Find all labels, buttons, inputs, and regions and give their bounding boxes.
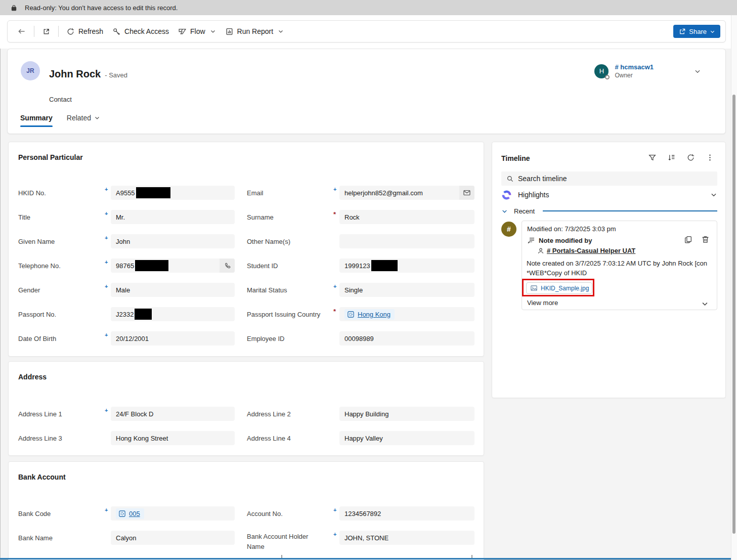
owner-name-link[interactable]: # hcmsacw1 [615, 63, 654, 71]
recent-label: Recent [514, 207, 535, 215]
vertical-scrollbar[interactable] [731, 15, 737, 560]
field-student-id: Student ID 1999123 [9, 259, 484, 273]
timeline-title: Timeline [501, 154, 530, 162]
section-title: Bank Account [18, 473, 66, 481]
required-indicator: * [333, 308, 336, 315]
attachment-chip[interactable]: HKID_Sample.jpg [526, 282, 592, 294]
owner-avatar: H [594, 64, 609, 78]
divider [58, 26, 59, 37]
redacted-value [371, 260, 398, 271]
scrollbar-thumb[interactable] [732, 95, 735, 534]
field-label: Student ID [247, 262, 278, 270]
timeline-note-card[interactable]: Modified on: 7/3/2025 3:03 pm Note modif… [522, 221, 717, 310]
person-icon [537, 247, 544, 254]
report-icon [225, 27, 234, 36]
refresh-icon[interactable] [686, 153, 695, 162]
attachment-link[interactable]: HKID_Sample.jpg [541, 285, 589, 292]
refresh-icon [66, 27, 75, 36]
note-actions [684, 235, 710, 244]
readonly-banner: Read-only: You don't have access to edit… [0, 0, 737, 15]
mail-icon [463, 189, 471, 197]
field-passport-country: Passport Issuing Country * Hong Kong [9, 307, 484, 321]
delete-icon[interactable] [701, 235, 710, 244]
note-author-link[interactable]: # Portals-Casual Helper UAT [547, 247, 635, 254]
back-button[interactable] [13, 24, 31, 39]
note-heading-row: Note modified by [527, 236, 592, 244]
field-value: Happy Building [344, 410, 388, 418]
popout-button[interactable] [37, 24, 55, 39]
record-header: JR John Rock- Saved Contact Summary Rela… [7, 49, 726, 134]
recent-section-header[interactable]: Recent [501, 206, 717, 216]
marital-status-select[interactable]: Single [339, 283, 474, 297]
chevron-down-icon[interactable] [694, 68, 701, 75]
field-label: Address Line 2 [247, 410, 291, 418]
entity-type-label: Contact [49, 96, 72, 103]
note-modified-on: Modified on: 7/3/2025 3:03 pm [527, 225, 616, 233]
recent-divider [543, 210, 717, 211]
recommended-indicator: + [333, 531, 336, 537]
owner-control[interactable]: H # hcmsacw1 Owner [594, 63, 701, 79]
field-account-no: Account No. + 1234567892 [9, 506, 484, 521]
field-value: 1234567892 [344, 510, 381, 518]
holder-name-input[interactable]: JOHN, STONE [339, 531, 474, 545]
grid-column-tick [471, 555, 472, 558]
share-label: Share [689, 28, 707, 35]
address-line-4-input[interactable]: Happy Valley [339, 431, 474, 445]
search-input[interactable] [518, 175, 712, 183]
other-names-input[interactable] [339, 234, 474, 248]
copy-icon[interactable] [684, 235, 692, 244]
account-no-input[interactable]: 1234567892 [339, 506, 474, 521]
send-email-button[interactable] [459, 186, 474, 200]
popout-icon [42, 27, 51, 36]
employee-id-input[interactable]: 00098989 [339, 331, 474, 346]
annotation-highlight-box: HKID_Sample.jpg [522, 279, 594, 296]
run-report-button[interactable]: Run Report [221, 24, 289, 39]
form-tabs: Summary Related [20, 111, 100, 128]
recommended-indicator: + [333, 186, 336, 192]
field-label: Bank Account Holder Name [247, 532, 324, 552]
run-report-label: Run Report [237, 27, 274, 35]
field-label: Employee ID [247, 335, 284, 342]
tab-summary[interactable]: Summary [20, 111, 53, 128]
passport-country-lookup[interactable]: Hong Kong [339, 307, 474, 321]
section-address: Address Address Line 1 + 24/F Block D Ad… [8, 361, 484, 456]
view-more-link[interactable]: View more [527, 299, 558, 307]
highlights-label: Highlights [518, 191, 549, 199]
tab-related[interactable]: Related [67, 111, 100, 128]
timeline-search[interactable] [501, 171, 717, 186]
passport-country-link[interactable]: Hong Kong [358, 311, 391, 318]
copilot-icon [501, 190, 512, 200]
field-surname: Surname * Rock [9, 210, 484, 224]
sort-icon[interactable] [667, 153, 676, 162]
record-name: John Rock [49, 68, 101, 79]
search-icon [506, 175, 514, 183]
email-field[interactable]: helperjohn852@gmail.com [339, 186, 474, 200]
check-access-label: Check Access [124, 27, 169, 35]
surname-input[interactable]: Rock [339, 210, 474, 224]
address-line-2-input[interactable]: Happy Building [339, 407, 474, 421]
note-icon [527, 236, 535, 244]
filter-icon[interactable] [648, 153, 657, 162]
chevron-down-icon[interactable] [701, 300, 709, 308]
note-avatar: # [501, 222, 516, 237]
check-access-button[interactable]: Check Access [108, 24, 174, 39]
chevron-down-icon [710, 29, 715, 34]
field-other-names: Other Name(s) [9, 234, 484, 248]
field-value: Single [344, 286, 363, 294]
student-id-input[interactable]: 1999123 [339, 259, 474, 273]
share-icon [678, 28, 686, 35]
flow-button[interactable]: Flow [174, 24, 221, 39]
field-label: Email [247, 189, 264, 197]
share-button[interactable]: Share [673, 25, 720, 38]
field-marital-status: Marital Status + Single [9, 283, 484, 297]
highlights-section[interactable]: Highlights [501, 187, 717, 203]
refresh-button[interactable]: Refresh [62, 24, 108, 39]
app-window: Read-only: You don't have access to edit… [0, 0, 737, 560]
lookup-pill[interactable]: Hong Kong [344, 309, 395, 320]
chevron-down-icon[interactable] [710, 191, 717, 198]
page-title: John Rock- Saved [49, 68, 127, 80]
owner-avatar-initial: H [599, 67, 604, 75]
more-vertical-icon[interactable] [706, 153, 714, 162]
chevron-down-icon[interactable] [501, 208, 508, 214]
flow-icon [178, 27, 187, 36]
